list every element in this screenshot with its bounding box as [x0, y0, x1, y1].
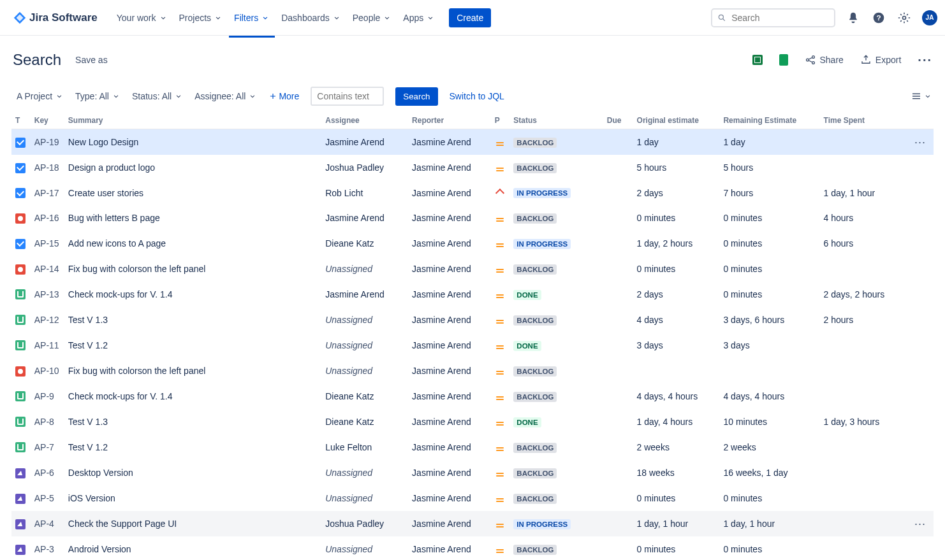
table-row[interactable]: AP-15Add new icons to A pageDieane KatzJ… — [11, 231, 934, 256]
filter-type[interactable]: Type: All — [75, 91, 121, 101]
issue-summary-link[interactable]: Check the Support Page UI — [68, 519, 177, 529]
row-more-actions[interactable]: ··· — [914, 517, 926, 530]
nav-item-apps[interactable]: Apps — [398, 9, 440, 27]
issue-key-link[interactable]: AP-18 — [34, 162, 59, 173]
issue-key-link[interactable]: AP-16 — [34, 213, 59, 223]
table-row[interactable]: AP-3Android VersionUnassignedJasmine Are… — [11, 536, 934, 560]
filter-project[interactable]: A Project — [17, 91, 64, 101]
issue-summary-link[interactable]: Test V 1.2 — [68, 340, 108, 350]
table-row[interactable]: AP-4Check the Support Page UIJoshua Padl… — [11, 511, 934, 536]
issue-summary-link[interactable]: Add new icons to A page — [68, 238, 166, 248]
issue-summary-link[interactable]: Test V 1.3 — [68, 417, 108, 427]
table-row[interactable]: AP-5iOS VersionUnassignedJasmine ArendBA… — [11, 485, 934, 511]
export-excel-button[interactable] — [752, 55, 763, 65]
save-as-link[interactable]: Save as — [75, 55, 108, 65]
issue-key-link[interactable]: AP-9 — [34, 391, 54, 401]
table-row[interactable]: AP-16Bug with letters B pageJasmine Aren… — [11, 205, 934, 231]
table-row[interactable]: AP-7Test V 1.2Luke FeltonJasmine ArendBA… — [11, 434, 934, 460]
issue-key-link[interactable]: AP-4 — [34, 519, 54, 529]
search-button[interactable]: Search — [395, 87, 437, 106]
issue-key-link[interactable]: AP-15 — [34, 238, 59, 248]
issue-summary-link[interactable]: Bug with letters B page — [68, 213, 160, 223]
cell-remaining-estimate — [719, 358, 819, 384]
table-row[interactable]: AP-18Design a product logoJoshua PadleyJ… — [11, 155, 934, 180]
view-switcher[interactable] — [911, 90, 932, 102]
user-avatar[interactable]: JA — [922, 10, 937, 25]
issue-summary-link[interactable]: Check mock-ups for V. 1.4 — [68, 391, 173, 401]
table-row[interactable]: AP-9Check mock-ups for V. 1.4Dieane Katz… — [11, 384, 934, 409]
col-due[interactable]: Due — [603, 112, 633, 129]
export-button[interactable]: Export — [860, 54, 901, 66]
issue-key-link[interactable]: AP-12 — [34, 315, 59, 325]
table-row[interactable]: AP-13Check mock-ups for V. 1.4Jasmine Ar… — [11, 282, 934, 307]
table-row[interactable]: AP-10Fix bug with colorson the left pane… — [11, 358, 934, 384]
col-status[interactable]: Status — [509, 112, 603, 129]
issue-summary-link[interactable]: Check mock-ups for V. 1.4 — [68, 289, 173, 299]
issue-summary-link[interactable]: Test V 1.3 — [68, 315, 108, 325]
global-search-input[interactable] — [730, 12, 829, 24]
cell-type — [11, 307, 31, 333]
issue-summary-link[interactable]: Desktop Version — [68, 468, 133, 478]
col-time-spent[interactable]: Time Spent — [820, 112, 907, 129]
issue-key-link[interactable]: AP-7 — [34, 442, 54, 452]
col-key[interactable]: Key — [31, 112, 64, 129]
nav-item-your-work[interactable]: Your work — [112, 9, 173, 27]
more-actions-button[interactable]: ··· — [918, 53, 932, 68]
cell-priority — [491, 511, 510, 536]
issue-key-link[interactable]: AP-3 — [34, 544, 54, 554]
nav-item-people[interactable]: People — [348, 9, 397, 27]
table-row[interactable]: AP-8Test V 1.3Dieane KatzJasmine ArendDO… — [11, 409, 934, 434]
status-lozenge: DONE — [513, 290, 541, 300]
contains-text-input[interactable] — [311, 87, 384, 106]
issue-summary-link[interactable]: Fix bug with colorson the left panel — [68, 264, 206, 274]
table-row[interactable]: AP-11Test V 1.2UnassignedJasmine ArendDO… — [11, 333, 934, 358]
issue-key-link[interactable]: AP-19 — [34, 137, 59, 147]
col-original-estimate[interactable]: Original estimate — [633, 112, 720, 129]
table-row[interactable]: AP-6Desktop VersionUnassignedJasmine Are… — [11, 460, 934, 485]
issue-key-link[interactable]: AP-11 — [34, 340, 59, 350]
nav-item-dashboards[interactable]: Dashboards — [276, 9, 346, 27]
issue-summary-link[interactable]: Create user stories — [68, 188, 143, 198]
row-more-actions[interactable]: ··· — [914, 136, 926, 148]
issue-summary-link[interactable]: Design a product logo — [68, 162, 155, 173]
nav-item-filters[interactable]: Filters — [229, 9, 275, 27]
issue-key-link[interactable]: AP-14 — [34, 264, 59, 274]
help-icon[interactable]: ? — [871, 10, 886, 25]
table-row[interactable]: AP-14Fix bug with colorson the left pane… — [11, 256, 934, 282]
col-summary[interactable]: Summary — [64, 112, 321, 129]
table-row[interactable]: AP-12Test V 1.3UnassignedJasmine ArendBA… — [11, 307, 934, 333]
issue-summary-link[interactable]: Android Version — [68, 544, 131, 554]
issue-key-link[interactable]: AP-8 — [34, 417, 54, 427]
settings-icon[interactable] — [897, 10, 912, 25]
col-remaining-estimate[interactable]: Remaining Estimate — [719, 112, 819, 129]
create-button[interactable]: Create — [449, 8, 491, 27]
cell-reporter: Jasmine Arend — [408, 231, 491, 256]
issue-key-link[interactable]: AP-10 — [34, 366, 59, 376]
issue-summary-link[interactable]: Test V 1.2 — [68, 442, 108, 452]
switch-to-jql-link[interactable]: Switch to JQL — [450, 91, 504, 101]
notifications-icon[interactable] — [846, 10, 861, 25]
issue-key-link[interactable]: AP-6 — [34, 468, 54, 478]
col-assignee[interactable]: Assignee — [321, 112, 408, 129]
issue-summary-link[interactable]: iOS Version — [68, 493, 115, 503]
issue-key-link[interactable]: AP-5 — [34, 493, 54, 503]
issue-key-link[interactable]: AP-17 — [34, 188, 59, 198]
filter-status[interactable]: Status: All — [132, 91, 183, 101]
cell-time-spent: 1 day, 1 hour — [820, 180, 907, 205]
col-reporter[interactable]: Reporter — [408, 112, 491, 129]
share-button[interactable]: Share — [805, 54, 844, 66]
col-type[interactable]: T — [11, 112, 31, 129]
table-row[interactable]: AP-17Create user storiesRob LichtJasmine… — [11, 180, 934, 205]
issue-summary-link[interactable]: Fix bug with colorson the left panel — [68, 366, 206, 376]
col-priority[interactable]: P — [491, 112, 510, 129]
cell-assignee: Luke Felton — [321, 434, 408, 460]
product-logo[interactable]: Jira Software — [13, 11, 98, 25]
issue-summary-link[interactable]: New Logo Design — [68, 137, 139, 147]
global-search[interactable] — [711, 8, 835, 27]
table-row[interactable]: AP-19New Logo DesignJasmine ArendJasmine… — [11, 129, 934, 155]
filter-assignee[interactable]: Assignee: All — [194, 91, 257, 101]
filter-more[interactable]: More — [268, 91, 299, 101]
issue-key-link[interactable]: AP-13 — [34, 289, 59, 299]
export-sheets-button[interactable] — [779, 54, 788, 66]
nav-item-projects[interactable]: Projects — [174, 9, 228, 27]
